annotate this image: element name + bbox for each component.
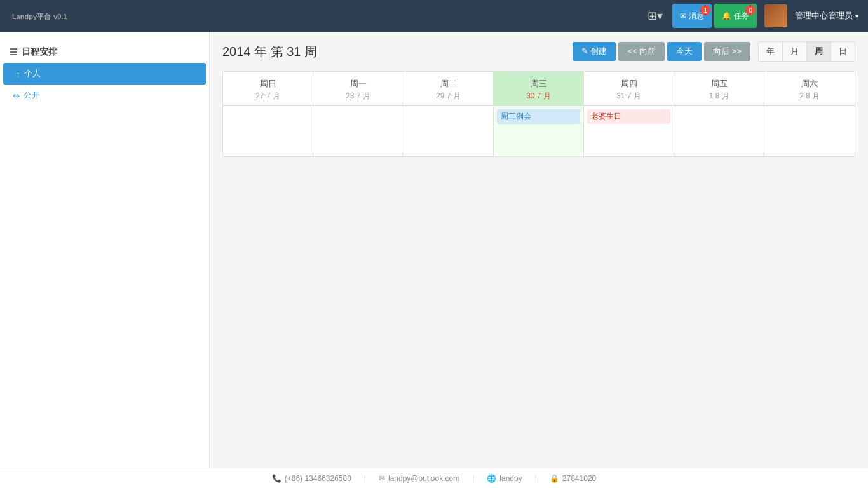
- cal-event-周三例会[interactable]: 周三例会: [497, 109, 580, 124]
- footer-phone: 📞 (+86) 13466326580: [272, 474, 351, 483]
- user-menu[interactable]: 管理中心管理员: [795, 10, 858, 22]
- lock-icon: 🔒: [550, 474, 559, 483]
- main-content: 2014 年 第 31 周 ✎ 创建 << 向前 今天 向后 >> 年 月 周 …: [210, 32, 868, 468]
- day-date-3: 30 7 月: [497, 91, 580, 102]
- calendar-header: 2014 年 第 31 周 ✎ 创建 << 向前 今天 向后 >> 年 月 周 …: [222, 41, 855, 62]
- sidebar: ☰ 日程安排 ↑ 个人 ⇔ 公开: [0, 32, 210, 468]
- person-icon: ↑: [16, 69, 20, 79]
- app-header: Landpy平台v0.1 ⊞▾ ✉ 消息 1 🔔 任务 0 管理中心管理员: [0, 0, 868, 32]
- view-year-button[interactable]: 年: [759, 42, 783, 61]
- day-header-5: 周五 1 8 月: [674, 72, 764, 105]
- day-date-6: 2 8 月: [768, 91, 851, 102]
- app-logo: Landpy平台v0.1: [10, 10, 67, 22]
- app-name: Landpy平台: [12, 13, 51, 20]
- app-version: v0.1: [53, 13, 67, 20]
- calendar-grid: 周日 27 7 月 周一 28 7 月 周二 29 7 月 周三 30 7 月 …: [222, 71, 855, 157]
- day-name-1: 周一: [316, 78, 400, 90]
- footer-sep-3: |: [535, 474, 537, 483]
- cal-cell-2[interactable]: [403, 105, 494, 156]
- day-header-1: 周一 28 7 月: [313, 72, 403, 105]
- calendar-grid-header: 周日 27 7 月 周一 28 7 月 周二 29 7 月 周三 30 7 月 …: [223, 72, 855, 105]
- calendar-icon: ☰: [10, 47, 18, 57]
- sidebar-personal-label: 个人: [24, 68, 41, 79]
- footer-sep-1: |: [364, 474, 366, 483]
- create-button[interactable]: ✎ 创建: [573, 42, 616, 61]
- mail-button[interactable]: ✉ 消息 1: [672, 4, 712, 28]
- grid-icon[interactable]: ⊞▾: [648, 9, 663, 23]
- task-badge: 0: [745, 5, 756, 15]
- avatar-image: [764, 4, 787, 27]
- view-week-button[interactable]: 周: [807, 42, 831, 61]
- day-date-4: 31 7 月: [587, 91, 670, 102]
- day-date-2: 29 7 月: [407, 91, 490, 102]
- cal-event-老婆生日[interactable]: 老婆生日: [587, 109, 670, 124]
- header-actions: ✉ 消息 1 🔔 任务 0 管理中心管理员: [672, 4, 858, 28]
- main-layout: ☰ 日程安排 ↑ 个人 ⇔ 公开 2014 年 第 31 周 ✎ 创建 << 向…: [0, 32, 868, 468]
- footer-email: ✉ landpy@outlook.com: [379, 474, 459, 483]
- cal-cell-6[interactable]: [764, 105, 855, 156]
- day-name-6: 周六: [768, 78, 851, 90]
- calendar-title: 2014 年 第 31 周: [222, 43, 317, 60]
- share-icon: ⇔: [13, 91, 20, 100]
- today-button[interactable]: 今天: [667, 42, 702, 61]
- calendar-nav: ✎ 创建 << 向前 今天 向后 >> 年 月 周 日: [573, 41, 855, 62]
- footer-phone-text: (+86) 13466326580: [285, 474, 351, 483]
- view-month-button[interactable]: 月: [783, 42, 807, 61]
- day-header-0: 周日 27 7 月: [223, 72, 313, 105]
- next-button[interactable]: 向后 >>: [704, 42, 750, 61]
- cal-cell-3[interactable]: 周三例会: [494, 105, 584, 156]
- day-header-6: 周六 2 8 月: [764, 72, 855, 105]
- footer-site-text: landpy: [499, 474, 522, 483]
- day-name-2: 周二: [407, 78, 490, 90]
- mail-badge: 1: [700, 5, 710, 15]
- day-name-4: 周四: [587, 78, 670, 90]
- sidebar-item-personal[interactable]: ↑ 个人: [3, 63, 206, 85]
- day-name-5: 周五: [677, 78, 761, 90]
- cal-cell-0[interactable]: [223, 105, 313, 156]
- day-name-0: 周日: [226, 78, 309, 90]
- footer-id: 🔒 27841020: [550, 474, 596, 483]
- sidebar-public-label: 公开: [24, 90, 40, 101]
- footer-site: 🌐 landpy: [487, 474, 522, 483]
- day-header-3: 周三 30 7 月: [494, 72, 584, 105]
- sidebar-title-text: 日程安排: [22, 46, 57, 58]
- prev-button[interactable]: << 向前: [618, 42, 665, 61]
- globe-icon: 🌐: [487, 474, 496, 483]
- task-button[interactable]: 🔔 任务 0: [714, 4, 757, 28]
- phone-icon: 📞: [272, 474, 281, 483]
- footer-email-text: landpy@outlook.com: [388, 474, 459, 483]
- day-date-0: 27 7 月: [226, 91, 309, 102]
- day-date-5: 1 8 月: [677, 91, 761, 102]
- avatar[interactable]: [764, 4, 787, 27]
- cal-cell-1[interactable]: [313, 105, 403, 156]
- footer-sep-2: |: [472, 474, 474, 483]
- cal-cell-4[interactable]: 老婆生日: [584, 105, 674, 156]
- footer: 📞 (+86) 13466326580 | ✉ landpy@outlook.c…: [0, 468, 868, 488]
- view-buttons: 年 月 周 日: [758, 41, 855, 62]
- calendar-body: 周三例会老婆生日: [223, 105, 855, 156]
- view-day-button[interactable]: 日: [831, 42, 855, 61]
- sidebar-title: ☰ 日程安排: [0, 41, 209, 63]
- day-name-3: 周三: [497, 78, 580, 90]
- email-icon: ✉: [379, 474, 385, 483]
- day-date-1: 28 7 月: [316, 91, 400, 102]
- cal-cell-5[interactable]: [674, 105, 764, 156]
- user-name: 管理中心管理员: [795, 11, 853, 20]
- sidebar-item-public[interactable]: ⇔ 公开: [0, 85, 209, 106]
- day-header-4: 周四 31 7 月: [584, 72, 674, 105]
- footer-id-text: 27841020: [562, 474, 596, 483]
- day-header-2: 周二 29 7 月: [403, 72, 494, 105]
